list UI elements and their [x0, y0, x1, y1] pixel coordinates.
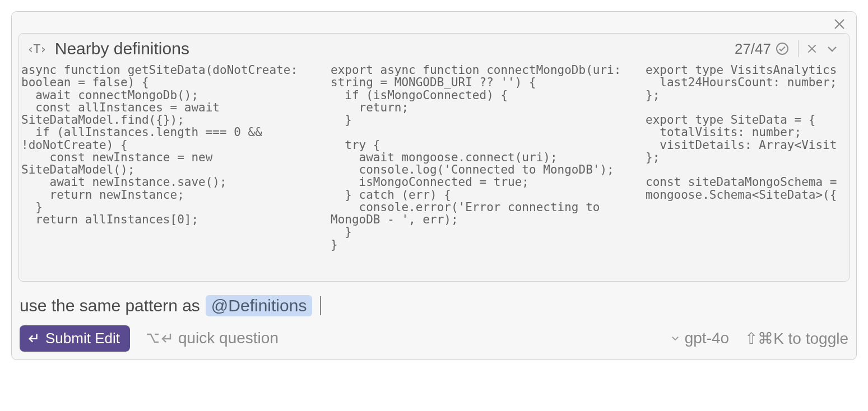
- close-panel-icon[interactable]: [833, 17, 846, 31]
- checkmark-circle-icon: [776, 42, 789, 55]
- quick-question-hint[interactable]: quick question: [146, 329, 278, 347]
- code-text: async function getSiteData(doNotCreate: …: [21, 64, 313, 226]
- submit-edit-button[interactable]: Submit Edit: [20, 325, 130, 352]
- mention-chip[interactable]: @Definitions: [206, 295, 313, 316]
- code-tag-icon: ‹T›: [27, 42, 46, 56]
- chevron-down-icon: [670, 333, 680, 343]
- definitions-card: ‹T› Nearby definitions 27/47 async funct…: [18, 33, 850, 282]
- code-snippets-row: async function getSiteData(doNotCreate: …: [19, 64, 849, 281]
- card-title: Nearby definitions: [55, 39, 735, 58]
- separator: [798, 40, 799, 57]
- card-header: ‹T› Nearby definitions 27/47: [19, 34, 849, 64]
- model-name: gpt-4o: [685, 329, 729, 347]
- code-text: export async function connectMongoDb(uri…: [331, 64, 628, 251]
- prompt-input[interactable]: use the same pattern as @Definitions: [18, 282, 850, 316]
- enter-icon: [27, 332, 40, 344]
- command-panel: ‹T› Nearby definitions 27/47 async funct…: [11, 11, 857, 360]
- chevron-down-icon[interactable]: [825, 42, 839, 55]
- card-counter: 27/47: [735, 40, 771, 58]
- code-snippet[interactable]: async function getSiteData(doNotCreate: …: [21, 64, 313, 251]
- svg-point-2: [777, 43, 788, 54]
- submit-label: Submit Edit: [45, 330, 120, 347]
- prompt-text: use the same pattern as: [20, 296, 200, 315]
- text-cursor: [320, 296, 321, 315]
- code-text: export type VisitsAnalytics last24HoursC…: [646, 64, 847, 201]
- remove-card-icon[interactable]: [806, 43, 818, 54]
- toggle-hint: ⇧⌘K to toggle: [745, 329, 848, 348]
- quick-question-label: quick question: [178, 329, 278, 347]
- model-selector[interactable]: gpt-4o: [670, 329, 729, 347]
- code-snippet[interactable]: export async function connectMongoDb(uri…: [331, 64, 628, 251]
- footer-row: Submit Edit quick question gpt-4o ⇧⌘K to…: [18, 316, 850, 352]
- option-enter-icon: [146, 331, 173, 345]
- code-snippet[interactable]: export type VisitsAnalytics last24HoursC…: [646, 64, 847, 251]
